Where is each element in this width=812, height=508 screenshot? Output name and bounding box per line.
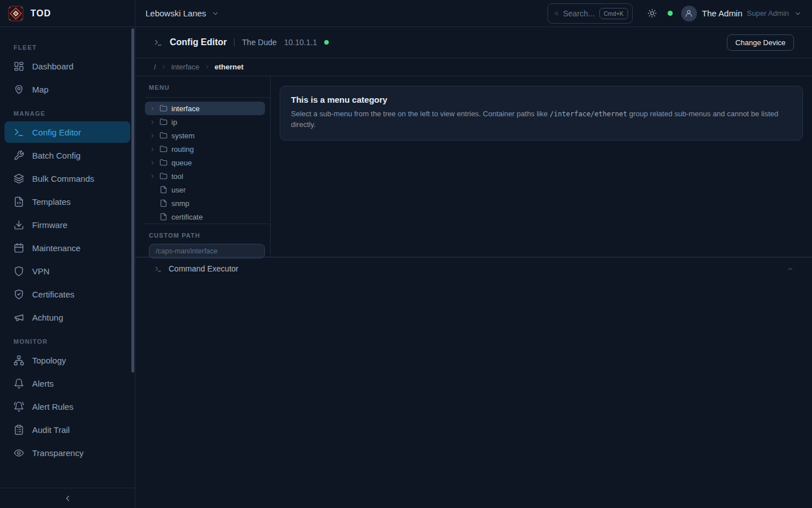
change-device-button[interactable]: Change Device [727, 34, 794, 51]
sidebar-item-achtung[interactable]: Achtung [5, 306, 130, 328]
custom-path-label: CUSTOM PATH [149, 232, 200, 239]
tree-item-label: ip [171, 118, 177, 126]
sidebar-item-firmware[interactable]: Firmware [5, 214, 130, 235]
search-icon [554, 10, 559, 17]
tree-item-certificate[interactable]: certificate [145, 210, 265, 224]
terminal-icon [155, 265, 162, 273]
tree-item-label: tool [171, 172, 183, 181]
sidebar-scrollbar[interactable] [131, 28, 134, 373]
sidebar-item-label: Firmware [32, 220, 68, 230]
file-icon [160, 186, 167, 194]
logo-text: TOD [30, 8, 51, 19]
page-title: Config Editor [170, 37, 227, 47]
sidebar-collapse-button[interactable] [63, 494, 72, 503]
tree-item-user[interactable]: user [145, 183, 265, 196]
sidebar-item-alerts[interactable]: Alerts [5, 373, 130, 394]
custom-path-section: CUSTOM PATH [145, 224, 270, 259]
wrench-icon [14, 150, 24, 161]
folder-icon [160, 172, 167, 180]
network-icon [14, 355, 24, 366]
tree-item-label: queue [171, 159, 192, 167]
user-name: The Admin [702, 8, 743, 18]
sidebar-item-certificates[interactable]: Certificates [5, 283, 130, 305]
dashboard-icon [14, 61, 24, 72]
nav-section-label-fleet: FLEET [14, 44, 121, 51]
sun-icon [647, 8, 657, 18]
command-executor-toggle[interactable]: Command Executor [135, 257, 812, 280]
sidebar-item-dashboard[interactable]: Dashboard [5, 55, 130, 77]
tree-item-snmp[interactable]: snmp [145, 196, 265, 210]
sidebar-item-maintenance[interactable]: Maintenance [5, 237, 130, 259]
breadcrumb-item-ethernet: ethernet [215, 63, 244, 71]
divider [234, 38, 235, 46]
chevron-right-icon [149, 119, 156, 125]
org-name: Lebowski Lanes [145, 8, 206, 18]
breadcrumb-root[interactable]: / [154, 63, 156, 71]
chevron-right-icon [149, 173, 156, 179]
clipboard-list-icon [14, 424, 24, 435]
user-menu-chevron-icon[interactable] [794, 10, 802, 17]
tree-item-ip[interactable]: ip [145, 115, 265, 129]
bell-ring-icon [14, 401, 24, 412]
sidebar-nav: FLEETDashboardMapMANAGEConfig EditorBatc… [0, 27, 135, 488]
tree-item-label: certificate [171, 213, 203, 221]
chevron-right-icon [149, 106, 156, 112]
sidebar-item-label: Certificates [32, 290, 74, 299]
sidebar-item-bulk-commands[interactable]: Bulk Commands [5, 168, 130, 189]
tree-item-tool[interactable]: tool [145, 169, 265, 183]
chevron-right-icon [149, 146, 156, 152]
folder-icon [160, 104, 167, 112]
file-code-icon [14, 196, 24, 207]
sidebar-item-vpn[interactable]: VPN [5, 260, 130, 282]
sidebar-item-batch-config[interactable]: Batch Config [5, 144, 130, 166]
search-shortcut-badge: Cmd+K [599, 8, 628, 19]
sidebar-item-templates[interactable]: Templates [5, 191, 130, 212]
sidebar-item-label: VPN [32, 266, 50, 276]
sidebar-item-label: Topology [32, 356, 66, 365]
tree-item-interface[interactable]: interface [145, 102, 265, 115]
folder-icon [160, 132, 167, 139]
tree-item-queue[interactable]: queue [145, 156, 265, 169]
main-content: Config Editor The Dude 10.10.1.1 Change … [135, 27, 812, 508]
sidebar-item-label: Audit Trail [32, 425, 70, 435]
sidebar-item-audit-trail[interactable]: Audit Trail [5, 419, 130, 440]
sidebar-item-label: Maintenance [32, 243, 81, 253]
megaphone-icon [14, 312, 24, 323]
nav-section-label-monitor: MONITOR [14, 338, 121, 345]
avatar[interactable] [681, 6, 697, 21]
app-root: TOD FLEETDashboardMapMANAGEConfig Editor… [0, 0, 812, 508]
app-logo[interactable]: TOD [0, 0, 135, 27]
tree-item-label: snmp [171, 199, 189, 208]
theme-toggle-button[interactable] [647, 8, 657, 18]
sidebar-item-topology[interactable]: Topology [5, 349, 130, 371]
calendar-icon [14, 243, 24, 253]
sidebar-footer [0, 488, 135, 508]
command-executor-label: Command Executor [169, 264, 780, 273]
eye-icon [14, 448, 24, 458]
org-selector[interactable]: Lebowski Lanes [145, 8, 219, 18]
sidebar-item-config-editor[interactable]: Config Editor [5, 121, 130, 143]
sidebar-item-label: Alert Rules [32, 402, 73, 411]
tree-item-routing[interactable]: routing [145, 142, 265, 156]
chevron-up-icon [787, 265, 794, 273]
chevron-right-icon [161, 64, 167, 70]
nav-section-label-manage: MANAGE [14, 110, 121, 117]
breadcrumb-item-interface[interactable]: interface [171, 63, 200, 71]
folder-icon [160, 145, 167, 153]
device-ip: 10.10.1.1 [284, 38, 317, 47]
chevron-right-icon [149, 160, 156, 166]
download-icon [14, 220, 24, 230]
sidebar: TOD FLEETDashboardMapMANAGEConfig Editor… [0, 0, 135, 508]
terminal-icon [14, 127, 24, 138]
description-text: Select a sub-menu from the tree on the l… [291, 110, 550, 118]
sidebar-item-map[interactable]: Map [5, 78, 130, 100]
search-input[interactable]: Search... Cmd+K [548, 3, 633, 24]
sidebar-item-label: Achtung [32, 313, 63, 322]
tree-item-system[interactable]: system [145, 129, 265, 142]
sidebar-item-transparency[interactable]: Transparency [5, 442, 130, 463]
sidebar-item-alert-rules[interactable]: Alert Rules [5, 396, 130, 417]
chevron-right-icon [204, 64, 210, 70]
menu-panel: MENU interfaceipsystemroutingqueuetoolus… [135, 76, 271, 257]
sidebar-item-label: Dashboard [32, 62, 73, 71]
menu-category-title: This is a menu category [291, 95, 792, 104]
